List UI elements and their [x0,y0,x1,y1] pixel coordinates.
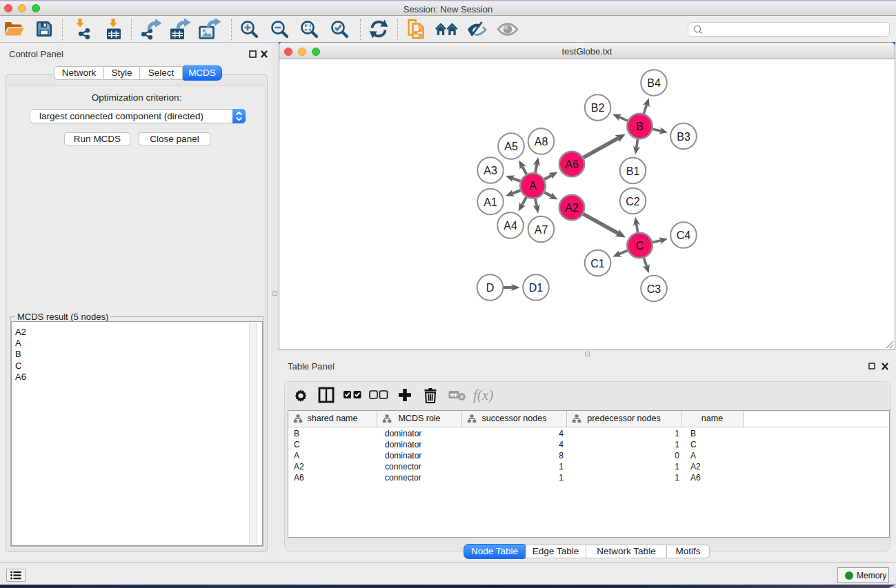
svg-text:A4: A4 [504,220,517,232]
svg-text:D: D [486,282,495,294]
svg-text:C: C [636,240,644,252]
svg-text:A7: A7 [535,224,548,236]
svg-text:B1: B1 [626,165,640,177]
svg-text:A: A [529,180,537,192]
svg-text:C3: C3 [647,283,661,295]
svg-text:C2: C2 [626,196,640,207]
svg-text:B4: B4 [647,77,661,89]
svg-text:B2: B2 [591,102,605,114]
svg-text:A2: A2 [565,202,579,214]
svg-text:C1: C1 [590,258,605,270]
svg-text:B: B [636,121,644,132]
svg-text:A5: A5 [504,141,518,152]
svg-text:A8: A8 [535,136,548,148]
svg-text:D1: D1 [529,282,544,294]
svg-text:A6: A6 [565,159,579,170]
svg-text:B3: B3 [677,131,690,143]
svg-text:A1: A1 [484,196,497,208]
svg-text:A3: A3 [484,165,497,176]
svg-text:C4: C4 [677,230,691,241]
